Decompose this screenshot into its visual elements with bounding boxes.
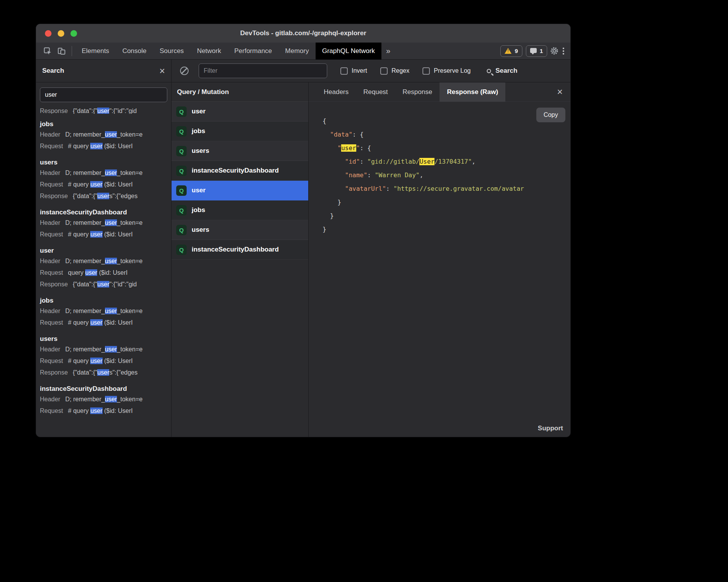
search-result-line[interactable]: Response{"data":{"user":{"id":"gid xyxy=(40,105,171,114)
query-list-item[interactable]: Qusers xyxy=(172,220,308,240)
query-name: jobs xyxy=(192,127,205,135)
close-search-icon[interactable]: × xyxy=(159,66,165,76)
query-list-item[interactable]: Qjobs xyxy=(172,200,308,220)
device-toolbar-icon[interactable] xyxy=(55,44,69,58)
search-match-text: {"data":{" xyxy=(73,369,97,376)
query-type-badge: Q xyxy=(176,146,187,156)
minimize-window-button[interactable] xyxy=(58,30,64,37)
close-details-icon[interactable]: × xyxy=(557,87,570,97)
json-token: , xyxy=(472,158,476,165)
search-result-line[interactable]: Request# query user ($id: UserI xyxy=(40,317,171,329)
search-result-line[interactable]: HeaderD; remember_user_token=e xyxy=(40,129,171,140)
search-match-text: query xyxy=(68,269,85,276)
filter-checkboxes: InvertRegexPreserve Log xyxy=(327,67,470,75)
search-match-highlight: user xyxy=(105,258,117,264)
search-match-text: _token=e xyxy=(117,308,143,314)
json-line: } xyxy=(323,209,570,223)
json-token: "name" xyxy=(345,171,367,179)
search-result-line[interactable]: Response{"data":{"users":{"edges xyxy=(40,367,171,378)
warnings-badge[interactable]: 9 xyxy=(500,45,522,57)
search-result-group: instanceSecurityDashboardHeaderD; rememb… xyxy=(40,384,171,417)
tab-response-raw[interactable]: Response (Raw) xyxy=(440,82,505,102)
json-token xyxy=(323,185,345,192)
search-match-text: ($id: UserI xyxy=(103,319,133,326)
search-match-highlight: user xyxy=(105,169,117,176)
search-panel: Search × Response{"data":{"user":{"id":"… xyxy=(36,60,172,437)
more-tabs-chevron[interactable]: » xyxy=(381,46,395,55)
search-match-text: D; remember_ xyxy=(65,346,105,353)
tab-performance[interactable]: Performance xyxy=(228,43,278,60)
search-result-line[interactable]: HeaderD; remember_user_token=e xyxy=(40,344,171,355)
response-tabbar: HeadersRequestResponseResponse (Raw) × xyxy=(309,82,570,102)
tab-headers[interactable]: Headers xyxy=(316,82,356,102)
search-match-text: # query xyxy=(68,181,91,188)
tab-memory[interactable]: Memory xyxy=(278,43,315,60)
search-match-text: D; remember_ xyxy=(65,169,105,176)
query-list-item[interactable]: QinstanceSecurityDashboard xyxy=(172,240,308,260)
filter-input[interactable] xyxy=(199,63,327,78)
kebab-menu-icon[interactable] xyxy=(563,48,564,55)
close-window-button[interactable] xyxy=(45,30,52,37)
tab-graphql-network[interactable]: GraphQL Network xyxy=(316,43,381,60)
query-list-item[interactable]: Qjobs xyxy=(172,122,308,141)
clear-requests-icon[interactable] xyxy=(180,67,189,75)
checkbox-invert[interactable]: Invert xyxy=(340,67,367,75)
inspect-element-icon[interactable] xyxy=(41,44,55,58)
search-input[interactable] xyxy=(40,87,167,102)
search-result-line-content: # query user ($id: UserI xyxy=(68,143,133,149)
search-result-group: Response{"data":{"user":{"id":"gid xyxy=(40,105,171,114)
search-match-highlight: user xyxy=(105,396,117,402)
search-result-line[interactable]: Response{"data":{"user":{"id":"gid xyxy=(40,279,171,290)
search-result-line-label: Response xyxy=(40,369,68,376)
search-result-line[interactable]: HeaderD; remember_user_token=e xyxy=(40,167,171,179)
query-type-badge: Q xyxy=(176,225,187,235)
query-list-item[interactable]: Quser xyxy=(172,102,308,122)
search-result-line-label: Request xyxy=(40,358,63,364)
search-result-line-content: # query user ($id: UserI xyxy=(68,181,133,188)
search-result-line[interactable]: Request# query user ($id: UserI xyxy=(40,179,171,190)
settings-gear-icon[interactable] xyxy=(547,44,561,58)
search-result-group-title: users xyxy=(40,157,171,167)
search-match-text: _token=e xyxy=(117,169,143,176)
tab-sources[interactable]: Sources xyxy=(153,43,190,60)
query-list-item[interactable]: Quser xyxy=(172,181,308,200)
search-result-line-label: Header xyxy=(40,258,60,264)
search-result-line-label: Request xyxy=(40,181,63,188)
zoom-window-button[interactable] xyxy=(70,30,77,37)
support-link[interactable]: Support xyxy=(538,425,563,432)
search-result-line[interactable]: Request# query user ($id: UserI xyxy=(40,229,171,240)
search-result-line[interactable]: Request# query user ($id: UserI xyxy=(40,140,171,152)
search-result-line[interactable]: HeaderD; remember_user_token=e xyxy=(40,217,171,229)
search-match-highlight: user xyxy=(90,231,102,238)
query-name: instanceSecurityDashboard xyxy=(192,246,279,253)
checkbox-preserve-log[interactable]: Preserve Log xyxy=(422,67,470,75)
search-panel-header: Search × xyxy=(36,60,171,82)
toolbar-search-button[interactable]: Search xyxy=(487,67,517,75)
search-result-line[interactable]: HeaderD; remember_user_token=e xyxy=(40,305,171,317)
search-match-text: D; remember_ xyxy=(65,131,105,138)
search-match-highlight: user xyxy=(97,281,109,288)
tab-network[interactable]: Network xyxy=(191,43,228,60)
checkbox-regex[interactable]: Regex xyxy=(380,67,409,75)
copy-button[interactable]: Copy xyxy=(536,108,565,122)
tab-response[interactable]: Response xyxy=(395,82,440,102)
search-result-line[interactable]: HeaderD; remember_user_token=e xyxy=(40,394,171,405)
search-result-line-content: # query user ($id: UserI xyxy=(68,358,133,364)
search-result-line[interactable]: Response{"data":{"users":{"edges xyxy=(40,190,171,202)
search-result-group: usersHeaderD; remember_user_token=eReque… xyxy=(40,334,171,378)
search-match-text: ($id: UserI xyxy=(103,358,133,364)
search-match-highlight: user xyxy=(90,358,102,364)
warning-icon xyxy=(505,48,512,54)
issues-badge[interactable]: 1 xyxy=(526,45,547,57)
checkbox-label: Regex xyxy=(391,67,409,74)
search-result-line[interactable]: Request# query user ($id: UserI xyxy=(40,405,171,417)
search-result-line[interactable]: Request# query user ($id: UserI xyxy=(40,355,171,367)
query-list-item[interactable]: Qusers xyxy=(172,141,308,161)
search-result-line[interactable]: Requestquery user ($id: UserI xyxy=(40,267,171,279)
query-list-item[interactable]: QinstanceSecurityDashboard xyxy=(172,161,308,181)
window-titlebar: DevTools - gitlab.com/-/graphql-explorer xyxy=(36,24,570,43)
tab-elements[interactable]: Elements xyxy=(75,43,116,60)
search-result-line[interactable]: HeaderD; remember_user_token=e xyxy=(40,255,171,267)
tab-console[interactable]: Console xyxy=(116,43,153,60)
tab-request[interactable]: Request xyxy=(356,82,395,102)
